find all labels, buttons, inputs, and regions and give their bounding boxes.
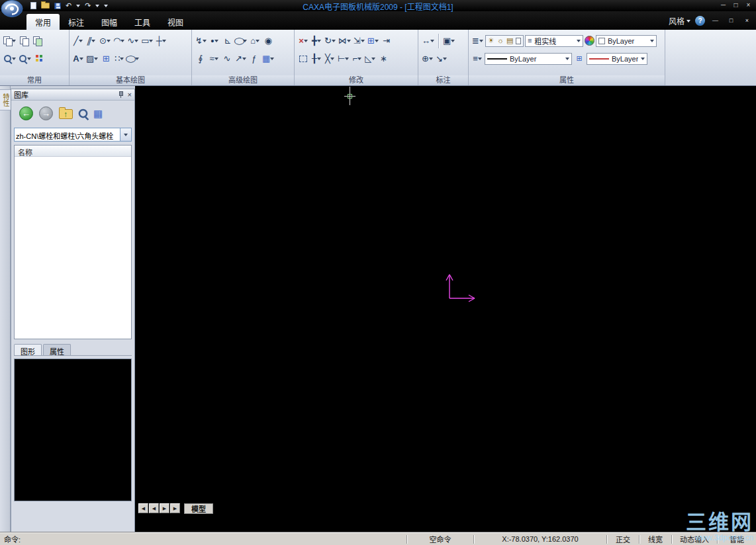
library-close-icon[interactable]: × [128,91,132,99]
fillet-button[interactable]: ⌐ [351,51,363,67]
text-button[interactable]: A [72,51,84,67]
rectangle-button[interactable]: ▭ [140,33,154,49]
select-box-button[interactable] [297,51,309,67]
next-sheet-button[interactable]: ▶ [160,503,169,513]
close-button[interactable]: × [742,0,755,10]
centerline-button[interactable]: ┼ [155,33,167,49]
polyline-button[interactable]: ↯ [195,33,207,49]
arc-button[interactable]: ◠ [113,33,125,49]
angle-line-button[interactable]: ⊾ [222,33,234,49]
break-button[interactable]: ╂ [310,51,322,67]
snap-mode-select[interactable]: 智能 [718,534,756,544]
circle-button[interactable]: ⊙ [99,33,111,49]
maximize-button[interactable]: □ [730,0,742,10]
library-search-icon[interactable] [77,108,88,118]
explode-button[interactable]: ∗ [377,51,389,67]
document-minimize-button[interactable]: — [710,16,721,25]
image-annotation-button[interactable]: ▣ [442,33,455,49]
tab-common[interactable]: 常用 [26,14,60,30]
stretch-button[interactable]: ⇥ [381,33,393,49]
oval-button[interactable]: ◯ [235,33,248,49]
polygon-button[interactable]: ⌂ [249,33,261,49]
document-restore-button[interactable]: □ [726,16,737,25]
layer-freeze-icon[interactable]: ☼ [497,37,504,44]
tab-graphics[interactable]: 图形 [14,344,42,355]
copy-button[interactable] [18,33,30,49]
wave-line-button[interactable]: ≈ [208,51,220,67]
view-mode-icon[interactable]: ▦ [93,108,103,118]
ortho-toggle[interactable]: 正交 [607,534,639,544]
linewidth-select[interactable]: ByLayer [587,53,647,65]
zoom-button[interactable] [3,51,17,67]
linewidth-toggle[interactable]: 线宽 [639,534,671,544]
last-sheet-button[interactable]: ▶ [170,503,180,513]
model-tab[interactable]: 模型 [184,503,213,514]
folder-up-button[interactable]: ↑ [59,109,73,119]
contour-button[interactable]: ∮ [195,51,207,67]
tab-dimension[interactable]: 标注 [60,14,93,30]
point-button[interactable]: • [209,33,220,49]
minimize-button[interactable]: ─ [717,0,730,10]
color-select[interactable]: ByLayer [596,35,657,47]
tab-attributes[interactable]: 属性 [43,344,71,355]
drawing-canvas[interactable]: ◀ ◀ ▶ ▶ 模型 [135,86,756,532]
extend-button[interactable]: ⊢ [337,51,350,67]
line-style-button[interactable]: ≡ [471,51,483,67]
back-button[interactable]: ← [19,106,33,120]
first-sheet-button[interactable]: ◀ [138,503,148,513]
line-button[interactable]: ╱ [72,33,84,49]
help-icon[interactable]: ? [695,16,705,26]
app-logo-icon[interactable] [1,0,24,18]
dynamic-input-toggle[interactable]: 动态输入 [672,534,717,544]
layer-visibility-icon[interactable]: ☀ [488,37,495,44]
formula-curve-button[interactable]: ƒ [248,51,260,67]
command-prompt-label[interactable]: 命令: [0,534,24,544]
layer-print-icon[interactable]: ▤ [506,37,513,44]
dimension-button[interactable]: ↔ [421,33,435,49]
spline-button[interactable]: ∿ [126,33,139,49]
library-item-list[interactable]: 名称 [14,145,132,339]
linetype-select[interactable]: ≡ 粗实线 [525,35,583,47]
leader-button[interactable]: ↘ [435,51,448,67]
erase-button[interactable]: × [297,33,309,49]
library-path-input[interactable]: zh-CN\螺栓和螺柱\六角头螺栓 [14,128,120,142]
forward-button[interactable]: → [39,106,53,120]
format-brush-button[interactable] [31,33,43,49]
array-button[interactable]: ⊞ [367,33,379,49]
layer-color-swatch[interactable] [516,38,521,44]
tab-sheet[interactable]: 图幅 [93,14,126,30]
display-style-button[interactable] [33,51,45,67]
scale-button[interactable]: ⇲ [353,33,365,49]
mirror-button[interactable]: ⋈ [338,33,352,49]
paste-button[interactable] [3,33,17,49]
layer-grid-button[interactable]: ⊞ [573,51,585,67]
library-list-header[interactable]: 名称 [15,146,131,157]
point-array-button[interactable]: ∷ [113,51,125,67]
explode-icon: ∗ [380,54,387,63]
pin-icon[interactable] [117,91,124,99]
hatch-button[interactable]: ▨ [85,51,99,67]
zigzag-line-button[interactable]: ∿ [221,51,233,67]
layer-settings-button[interactable]: ≣ [471,33,484,49]
tab-tools[interactable]: 工具 [126,14,159,30]
block-button[interactable]: ◉ [262,33,274,49]
ellipse-button[interactable]: ◯ [126,51,139,67]
trim-button[interactable]: ╳ [324,51,336,67]
arrow-line-button[interactable]: ↗ [234,51,247,67]
style-button[interactable]: 风格 [669,15,690,26]
datum-button[interactable]: ⊕ [421,51,434,67]
library-path-dropdown-button[interactable] [120,128,132,142]
move-button[interactable]: ╋ [310,33,322,49]
line-style-caret-icon [478,58,482,62]
previous-sheet-button[interactable]: ◀ [149,503,159,513]
tab-view[interactable]: 视图 [159,14,192,30]
chamfer-button[interactable]: ◺ [364,51,376,67]
table-button[interactable]: ⊞ [100,51,112,67]
parallel-line-button[interactable]: ∥ [85,33,97,49]
zoom-window-button[interactable] [18,51,32,67]
rotate-button[interactable]: ↻ [324,33,336,49]
grid-block-button[interactable]: ▦ [261,51,275,67]
linetype-style-select[interactable]: ByLayer [485,53,572,65]
color-wheel-icon[interactable] [585,36,594,46]
document-close-button[interactable]: × [741,16,753,25]
